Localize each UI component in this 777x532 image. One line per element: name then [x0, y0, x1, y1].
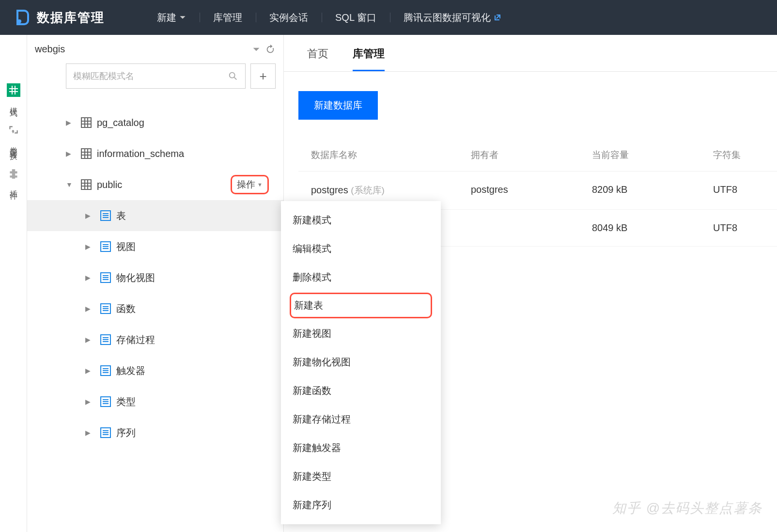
content-tabs: 首页 库管理 — [284, 35, 777, 72]
table-header: 数据库名称 拥有者 当前容量 字符集 — [298, 139, 777, 172]
menu-item[interactable]: 删除模式 — [281, 263, 441, 292]
object-icon — [100, 365, 111, 376]
col-header-name: 数据库名称 — [311, 149, 471, 161]
schema-information-schema[interactable]: ▶ information_schema — [27, 138, 283, 169]
menu-item[interactable]: 新建视图 — [281, 319, 441, 348]
caret-right-icon: ▶ — [66, 150, 76, 157]
schema-action-button[interactable]: 操作 ▼ — [231, 175, 269, 194]
external-link-icon — [494, 14, 501, 21]
db-header: webgis — [27, 35, 283, 63]
menu-item[interactable]: 新建触发器 — [281, 434, 441, 462]
search-row: + — [27, 63, 283, 97]
caret-right-icon: ▶ — [85, 367, 95, 375]
left-rail: 模式 类型转换 插件 — [0, 35, 27, 532]
add-schema-button[interactable]: + — [250, 63, 276, 89]
chevron-down-icon — [179, 14, 186, 21]
nav-visualization[interactable]: 腾讯云图数据可视化 — [390, 11, 515, 24]
menu-item[interactable]: 新建模式 — [281, 206, 441, 235]
search-icon — [228, 71, 238, 81]
rail-schema[interactable]: 模式 — [7, 83, 20, 105]
menu-item[interactable]: 新建物化视图 — [281, 348, 441, 376]
col-header-owner: 拥有者 — [471, 149, 592, 161]
caret-right-icon: ▶ — [85, 274, 95, 282]
schema-icon — [80, 117, 92, 128]
col-header-charset: 字符集 — [713, 149, 777, 161]
menu-item[interactable]: 新建表 — [290, 293, 432, 318]
nav-sessions[interactable]: 实例会话 — [256, 11, 322, 24]
col-header-size: 当前容量 — [592, 149, 713, 161]
tree-item[interactable]: ▶ 类型 — [27, 386, 283, 417]
object-icon — [100, 427, 111, 438]
schema-tree: ▶ pg_catalog ▶ information_schema ▼ publ… — [27, 97, 283, 458]
rail-type-convert-label: 类型转换 — [10, 141, 17, 148]
nav-new[interactable]: 新建 — [143, 11, 200, 24]
menu-item[interactable]: 新建存储过程 — [281, 405, 441, 434]
tree-item[interactable]: ▶ 表 — [27, 200, 283, 231]
search-input[interactable] — [73, 71, 228, 81]
plugin-icon — [7, 168, 20, 180]
nav-sql-window[interactable]: SQL 窗口 — [322, 11, 390, 24]
menu-item[interactable]: 新建序列 — [281, 491, 441, 519]
top-nav: 新建 库管理 实例会话 SQL 窗口 腾讯云图数据可视化 — [143, 11, 515, 24]
tab-home[interactable]: 首页 — [307, 47, 328, 71]
schema-icon — [80, 179, 92, 190]
rail-plugins[interactable]: 插件 — [7, 168, 20, 188]
svg-rect-4 — [81, 149, 91, 158]
caret-right-icon: ▶ — [85, 398, 95, 406]
db-dropdown-icon[interactable] — [252, 46, 260, 53]
caret-down-icon: ▼ — [66, 181, 76, 188]
object-icon — [100, 303, 111, 314]
schema-public[interactable]: ▼ public 操作 ▼ — [27, 169, 283, 200]
object-icon — [100, 241, 111, 252]
svg-point-0 — [17, 19, 21, 23]
caret-right-icon: ▶ — [85, 336, 95, 344]
object-icon — [100, 272, 111, 283]
object-icon — [100, 210, 111, 221]
rail-plugins-label: 插件 — [10, 184, 17, 188]
svg-rect-1 — [8, 85, 19, 95]
tree-item[interactable]: ▶ 函数 — [27, 293, 283, 324]
tree-item[interactable]: ▶ 序列 — [27, 417, 283, 448]
logo: 数据库管理 — [12, 8, 105, 27]
chevron-down-icon: ▼ — [257, 182, 263, 188]
tree-item[interactable]: ▶ 物化视图 — [27, 262, 283, 293]
menu-item[interactable]: 新建类型 — [281, 462, 441, 491]
db-name: webgis — [35, 44, 248, 55]
menu-item[interactable]: 编辑模式 — [281, 235, 441, 263]
object-icon — [100, 396, 111, 407]
rail-type-convert[interactable]: 类型转换 — [7, 124, 20, 148]
caret-right-icon: ▶ — [85, 429, 95, 437]
schema-icon — [80, 148, 92, 159]
caret-right-icon: ▶ — [85, 305, 95, 313]
caret-right-icon: ▶ — [66, 119, 76, 126]
object-icon — [100, 334, 111, 345]
logo-text: 数据库管理 — [37, 9, 105, 26]
svg-point-2 — [230, 73, 235, 78]
sidebar: webgis + ▶ pg_catalog ▶ information_sche… — [27, 35, 284, 532]
create-database-button[interactable]: 新建数据库 — [298, 91, 378, 120]
tab-db-mgmt[interactable]: 库管理 — [353, 47, 385, 71]
tree-item[interactable]: ▶ 视图 — [27, 231, 283, 262]
logo-icon — [12, 8, 31, 27]
caret-right-icon: ▶ — [85, 243, 95, 250]
rail-schema-label: 模式 — [10, 101, 17, 105]
tree-item[interactable]: ▶ 触发器 — [27, 355, 283, 386]
refresh-icon[interactable] — [265, 44, 276, 55]
nav-db-mgmt[interactable]: 库管理 — [200, 11, 256, 24]
caret-right-icon: ▶ — [85, 212, 95, 219]
context-menu: 新建模式编辑模式删除模式新建表新建视图新建物化视图新建函数新建存储过程新建触发器… — [281, 201, 441, 524]
tree-item[interactable]: ▶ 存储过程 — [27, 324, 283, 355]
convert-icon — [7, 124, 20, 137]
schema-pg-catalog[interactable]: ▶ pg_catalog — [27, 107, 283, 138]
top-bar: 数据库管理 新建 库管理 实例会话 SQL 窗口 腾讯云图数据可视化 — [0, 0, 777, 35]
svg-rect-5 — [81, 180, 91, 189]
search-box — [66, 63, 246, 89]
grid-icon — [8, 85, 19, 95]
watermark: 知乎 @去码头整点薯条 — [612, 499, 762, 517]
svg-rect-3 — [81, 118, 91, 127]
menu-item[interactable]: 新建函数 — [281, 376, 441, 405]
